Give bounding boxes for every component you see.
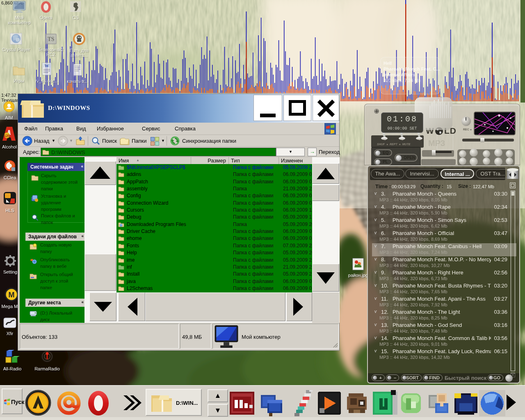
svg-text:120: 120 [4, 134, 10, 138]
svg-text:M: M [9, 291, 15, 299]
svg-text:TS: TS [47, 36, 54, 42]
svg-text:W: W [45, 63, 49, 68]
